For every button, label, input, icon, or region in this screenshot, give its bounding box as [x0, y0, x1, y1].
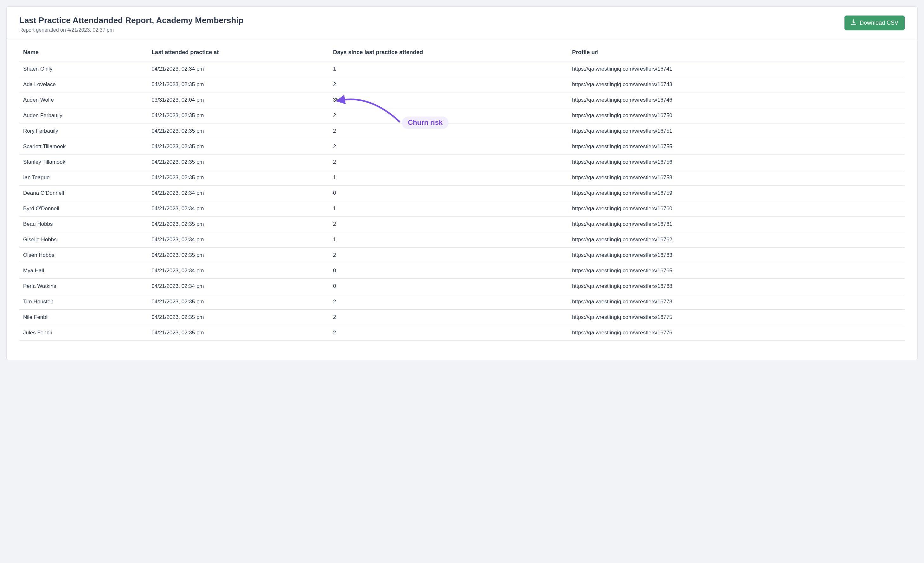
- cell-last-attended: 04/21/2023, 02:35 pm: [148, 170, 329, 186]
- table-row[interactable]: Byrd O'Donnell04/21/2023, 02:34 pm1https…: [20, 201, 904, 217]
- table-row[interactable]: Auden Ferbauily04/21/2023, 02:35 pm2http…: [20, 108, 904, 123]
- cell-name: Beau Hobbs: [20, 217, 148, 232]
- cell-days-since: 0: [329, 263, 568, 279]
- table-row[interactable]: Olsen Hobbs04/21/2023, 02:35 pm2https://…: [20, 248, 904, 263]
- cell-profile-url: https://qa.wrestlingiq.com/wrestlers/167…: [568, 123, 904, 139]
- cell-name: Scarlett Tillamook: [20, 139, 148, 154]
- cell-last-attended: 04/21/2023, 02:35 pm: [148, 325, 329, 341]
- table-wrap: Name Last attended practice at Days sinc…: [7, 40, 917, 360]
- cell-name: Jules Fenbli: [20, 325, 148, 341]
- cell-last-attended: 04/21/2023, 02:35 pm: [148, 217, 329, 232]
- cell-name: Rory Ferbauily: [20, 123, 148, 139]
- table-header-row: Name Last attended practice at Days sinc…: [20, 40, 904, 61]
- table-row[interactable]: Auden Wolfe03/31/2023, 02:04 pm35https:/…: [20, 93, 904, 108]
- cell-last-attended: 04/21/2023, 02:35 pm: [148, 294, 329, 310]
- cell-days-since: 1: [329, 61, 568, 77]
- cell-days-since: 1: [329, 170, 568, 186]
- cell-days-since: 1: [329, 232, 568, 248]
- cell-last-attended: 04/21/2023, 02:35 pm: [148, 108, 329, 123]
- table-row[interactable]: Stanley Tillamook04/21/2023, 02:35 pm2ht…: [20, 154, 904, 170]
- cell-name: Deana O'Donnell: [20, 186, 148, 201]
- col-name[interactable]: Name: [20, 40, 148, 61]
- cell-days-since: 2: [329, 310, 568, 325]
- cell-name: Shaen Onily: [20, 61, 148, 77]
- download-icon: [851, 19, 856, 27]
- col-profile-url[interactable]: Profile url: [568, 40, 904, 61]
- cell-days-since: 2: [329, 123, 568, 139]
- cell-last-attended: 04/21/2023, 02:34 pm: [148, 61, 329, 77]
- cell-days-since: 2: [329, 154, 568, 170]
- cell-last-attended: 04/21/2023, 02:35 pm: [148, 154, 329, 170]
- cell-last-attended: 04/21/2023, 02:35 pm: [148, 123, 329, 139]
- cell-profile-url: https://qa.wrestlingiq.com/wrestlers/167…: [568, 186, 904, 201]
- cell-last-attended: 04/21/2023, 02:35 pm: [148, 248, 329, 263]
- cell-profile-url: https://qa.wrestlingiq.com/wrestlers/167…: [568, 61, 904, 77]
- cell-profile-url: https://qa.wrestlingiq.com/wrestlers/167…: [568, 201, 904, 217]
- cell-profile-url: https://qa.wrestlingiq.com/wrestlers/167…: [568, 310, 904, 325]
- cell-profile-url: https://qa.wrestlingiq.com/wrestlers/167…: [568, 154, 904, 170]
- cell-profile-url: https://qa.wrestlingiq.com/wrestlers/167…: [568, 77, 904, 93]
- cell-name: Byrd O'Donnell: [20, 201, 148, 217]
- cell-profile-url: https://qa.wrestlingiq.com/wrestlers/167…: [568, 217, 904, 232]
- cell-days-since: 2: [329, 77, 568, 93]
- table-row[interactable]: Scarlett Tillamook04/21/2023, 02:35 pm2h…: [20, 139, 904, 154]
- cell-name: Ada Lovelace: [20, 77, 148, 93]
- cell-name: Olsen Hobbs: [20, 248, 148, 263]
- cell-last-attended: 04/21/2023, 02:34 pm: [148, 186, 329, 201]
- table-row[interactable]: Nile Fenbli04/21/2023, 02:35 pm2https://…: [20, 310, 904, 325]
- cell-last-attended: 04/21/2023, 02:34 pm: [148, 279, 329, 294]
- report-panel: Last Practice Attendanded Report, Academ…: [6, 6, 918, 360]
- panel-header: Last Practice Attendanded Report, Academ…: [7, 7, 917, 40]
- cell-profile-url: https://qa.wrestlingiq.com/wrestlers/167…: [568, 294, 904, 310]
- cell-days-since: 2: [329, 108, 568, 123]
- download-csv-button[interactable]: Download CSV: [844, 15, 904, 30]
- cell-days-since: 35: [329, 93, 568, 108]
- cell-profile-url: https://qa.wrestlingiq.com/wrestlers/167…: [568, 139, 904, 154]
- cell-days-since: 0: [329, 279, 568, 294]
- cell-profile-url: https://qa.wrestlingiq.com/wrestlers/167…: [568, 93, 904, 108]
- cell-name: Auden Wolfe: [20, 93, 148, 108]
- cell-name: Stanley Tillamook: [20, 154, 148, 170]
- table-row[interactable]: Ada Lovelace04/21/2023, 02:35 pm2https:/…: [20, 77, 904, 93]
- cell-days-since: 2: [329, 248, 568, 263]
- cell-name: Perla Watkins: [20, 279, 148, 294]
- cell-last-attended: 04/21/2023, 02:35 pm: [148, 77, 329, 93]
- table-row[interactable]: Mya Hall04/21/2023, 02:34 pm0https://qa.…: [20, 263, 904, 279]
- page-title: Last Practice Attendanded Report, Academ…: [20, 15, 243, 25]
- cell-last-attended: 04/21/2023, 02:35 pm: [148, 139, 329, 154]
- table-row[interactable]: Jules Fenbli04/21/2023, 02:35 pm2https:/…: [20, 325, 904, 341]
- table-row[interactable]: Giselle Hobbs04/21/2023, 02:34 pm1https:…: [20, 232, 904, 248]
- table-row[interactable]: Ian Teague04/21/2023, 02:35 pm1https://q…: [20, 170, 904, 186]
- cell-days-since: 2: [329, 217, 568, 232]
- table-row[interactable]: Perla Watkins04/21/2023, 02:34 pm0https:…: [20, 279, 904, 294]
- download-csv-label: Download CSV: [860, 19, 898, 26]
- cell-days-since: 2: [329, 139, 568, 154]
- cell-days-since: 2: [329, 325, 568, 341]
- cell-name: Auden Ferbauily: [20, 108, 148, 123]
- cell-name: Tim Housten: [20, 294, 148, 310]
- cell-profile-url: https://qa.wrestlingiq.com/wrestlers/167…: [568, 170, 904, 186]
- cell-profile-url: https://qa.wrestlingiq.com/wrestlers/167…: [568, 279, 904, 294]
- cell-name: Nile Fenbli: [20, 310, 148, 325]
- table-row[interactable]: Beau Hobbs04/21/2023, 02:35 pm2https://q…: [20, 217, 904, 232]
- table-body: Shaen Onily04/21/2023, 02:34 pm1https://…: [20, 61, 904, 341]
- cell-name: Mya Hall: [20, 263, 148, 279]
- cell-last-attended: 04/21/2023, 02:35 pm: [148, 310, 329, 325]
- table-row[interactable]: Deana O'Donnell04/21/2023, 02:34 pm0http…: [20, 186, 904, 201]
- cell-profile-url: https://qa.wrestlingiq.com/wrestlers/167…: [568, 263, 904, 279]
- cell-last-attended: 03/31/2023, 02:04 pm: [148, 93, 329, 108]
- table-row[interactable]: Rory Ferbauily04/21/2023, 02:35 pm2https…: [20, 123, 904, 139]
- table-row[interactable]: Shaen Onily04/21/2023, 02:34 pm1https://…: [20, 61, 904, 77]
- cell-days-since: 0: [329, 186, 568, 201]
- table-row[interactable]: Tim Housten04/21/2023, 02:35 pm2https://…: [20, 294, 904, 310]
- cell-profile-url: https://qa.wrestlingiq.com/wrestlers/167…: [568, 232, 904, 248]
- cell-profile-url: https://qa.wrestlingiq.com/wrestlers/167…: [568, 248, 904, 263]
- col-last-attended[interactable]: Last attended practice at: [148, 40, 329, 61]
- cell-name: Ian Teague: [20, 170, 148, 186]
- cell-last-attended: 04/21/2023, 02:34 pm: [148, 201, 329, 217]
- attendance-table: Name Last attended practice at Days sinc…: [20, 40, 904, 341]
- cell-days-since: 2: [329, 294, 568, 310]
- col-days-since[interactable]: Days since last practice attended: [329, 40, 568, 61]
- cell-name: Giselle Hobbs: [20, 232, 148, 248]
- cell-days-since: 1: [329, 201, 568, 217]
